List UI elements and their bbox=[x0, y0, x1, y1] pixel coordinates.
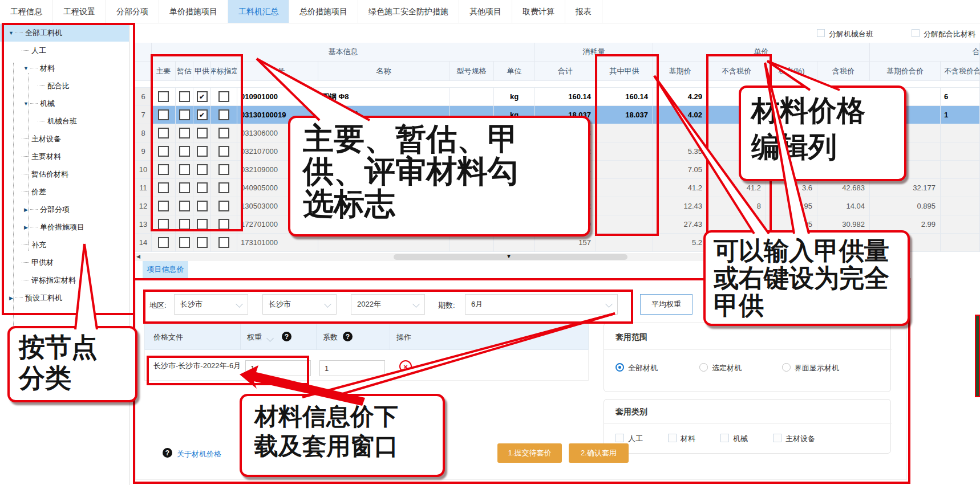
cell-supplied[interactable] bbox=[596, 179, 653, 197]
average-weight-button[interactable]: 平均权重 bbox=[640, 294, 693, 315]
major-checkbox[interactable] bbox=[158, 164, 169, 175]
major-checkbox[interactable] bbox=[158, 146, 169, 157]
major-checkbox[interactable] bbox=[158, 128, 169, 138]
col-header-编号[interactable]: 编号 bbox=[237, 62, 318, 81]
sidebar-item-人工[interactable]: 人工 bbox=[0, 42, 129, 59]
sidebar-item-机械台班[interactable]: 机械台班 bbox=[0, 112, 129, 130]
weight-input[interactable] bbox=[245, 360, 311, 376]
cell-supplied[interactable] bbox=[596, 142, 653, 161]
review-checkbox[interactable] bbox=[218, 91, 229, 102]
major-checkbox[interactable] bbox=[158, 237, 169, 248]
review-checkbox[interactable] bbox=[218, 146, 229, 157]
scroll-left-icon[interactable]: ◀ bbox=[136, 254, 140, 259]
supplied-checkbox[interactable] bbox=[197, 146, 208, 157]
tab-单价措施项目[interactable]: 单价措施项目 bbox=[159, 0, 228, 23]
coef-input[interactable] bbox=[319, 360, 385, 376]
estimate-checkbox[interactable] bbox=[179, 201, 190, 211]
cell-supplied[interactable] bbox=[596, 161, 653, 179]
estimate-checkbox[interactable] bbox=[179, 237, 190, 248]
sidebar-item-分部分项[interactable]: ▶分部分项 bbox=[0, 201, 129, 218]
sidebar-item-补充[interactable]: 补充 bbox=[0, 236, 129, 254]
tree-expanded-icon[interactable]: ▼ bbox=[22, 66, 30, 71]
category-checkbox-人工[interactable] bbox=[615, 434, 624, 442]
col-header-主要[interactable]: 主要 bbox=[152, 62, 176, 81]
sidebar-item-配合比[interactable]: 配合比 bbox=[0, 77, 129, 95]
sidebar-item-主要材料[interactable]: 主要材料 bbox=[0, 148, 129, 165]
tab-工程信息[interactable]: 工程信息 bbox=[0, 0, 53, 23]
supplied-checkbox[interactable] bbox=[197, 182, 208, 193]
supplied-checkbox[interactable] bbox=[197, 201, 208, 211]
major-checkbox[interactable] bbox=[158, 109, 169, 120]
review-checkbox[interactable] bbox=[218, 182, 229, 193]
col-header-评标指定[interactable]: 评标指定 bbox=[211, 62, 237, 81]
region-select-province[interactable]: 长沙市 bbox=[174, 294, 248, 315]
tree-collapsed-icon[interactable]: ▶ bbox=[22, 225, 30, 230]
major-checkbox[interactable] bbox=[158, 91, 169, 102]
review-checkbox[interactable] bbox=[218, 201, 229, 211]
sidebar-item-评标指定材料[interactable]: 评标指定材料 bbox=[0, 271, 129, 289]
tree-collapsed-icon[interactable]: ▶ bbox=[22, 207, 30, 213]
col-header-型号规格[interactable]: 型号规格 bbox=[449, 62, 494, 81]
scope-radio-界面显示材机[interactable] bbox=[782, 363, 791, 372]
cell-supplied[interactable] bbox=[596, 234, 653, 252]
major-checkbox[interactable] bbox=[158, 182, 169, 193]
estimate-checkbox[interactable] bbox=[179, 219, 190, 230]
cell-supplied[interactable]: 160.14 bbox=[596, 88, 653, 106]
review-checkbox[interactable] bbox=[218, 164, 229, 175]
review-checkbox[interactable] bbox=[218, 128, 229, 138]
sidebar-item-主材设备[interactable]: 主材设备 bbox=[0, 130, 129, 148]
col-header-含税价[interactable]: 含税价 bbox=[817, 62, 870, 81]
tree-collapsed-icon[interactable]: ▶ bbox=[7, 295, 15, 301]
tab-总价措施项目[interactable]: 总价措施项目 bbox=[289, 0, 358, 23]
cell-supplied[interactable] bbox=[596, 124, 653, 142]
sidebar-item-全部工料机[interactable]: ▼全部工料机 bbox=[0, 24, 129, 42]
cell-supplied[interactable] bbox=[596, 197, 653, 215]
supplied-checkbox[interactable]: ✔ bbox=[197, 109, 208, 120]
region-select-city[interactable]: 长沙市 bbox=[262, 294, 337, 315]
tree-expanded-icon[interactable]: ▼ bbox=[7, 30, 15, 36]
col-header-合计[interactable]: 合计 bbox=[535, 62, 596, 81]
tab-分部分项[interactable]: 分部分项 bbox=[106, 0, 159, 23]
vertical-scrollbar[interactable] bbox=[975, 315, 980, 397]
estimate-checkbox[interactable] bbox=[179, 109, 190, 120]
supplied-checkbox[interactable] bbox=[197, 237, 208, 248]
delete-price-file-icon[interactable]: × bbox=[399, 360, 412, 373]
estimate-checkbox[interactable] bbox=[179, 128, 190, 138]
col-header-基期价[interactable]: 基期价 bbox=[653, 62, 707, 81]
review-checkbox[interactable] bbox=[218, 109, 229, 120]
cell-supplied[interactable] bbox=[596, 215, 653, 234]
col-header-暂估[interactable]: 暂估 bbox=[176, 62, 193, 81]
sidebar-item-单价措施项目[interactable]: ▶单价措施项目 bbox=[0, 218, 129, 236]
tree-expanded-icon[interactable]: ▼ bbox=[22, 101, 30, 107]
sidebar-item-价差[interactable]: 价差 bbox=[0, 183, 129, 201]
review-checkbox[interactable] bbox=[218, 237, 229, 248]
period-select-month[interactable]: 6月 bbox=[465, 294, 618, 315]
sidebar-item-机械[interactable]: ▼机械 bbox=[0, 95, 129, 112]
weight-help-icon[interactable]: ? bbox=[282, 332, 291, 341]
col-header-名称[interactable]: 名称 bbox=[318, 62, 449, 81]
decompose-mix-checkbox[interactable] bbox=[912, 29, 920, 37]
coef-help-icon[interactable]: ? bbox=[343, 332, 353, 341]
region-select-year[interactable]: 2022年 bbox=[351, 294, 425, 315]
estimate-checkbox[interactable] bbox=[179, 164, 190, 175]
col-header-基期价合价[interactable]: 基期价合价 bbox=[870, 62, 941, 81]
chevron-down-icon[interactable] bbox=[266, 335, 274, 342]
col-header-单位[interactable]: 单位 bbox=[494, 62, 535, 81]
major-checkbox[interactable] bbox=[158, 219, 169, 230]
category-checkbox-材料[interactable] bbox=[668, 434, 677, 442]
about-material-price-link[interactable]: 关于材机价格 bbox=[177, 449, 221, 459]
estimate-checkbox[interactable] bbox=[179, 91, 190, 102]
category-checkbox-机械[interactable] bbox=[720, 434, 729, 442]
supplied-checkbox[interactable]: ✔ bbox=[197, 91, 208, 102]
col-header-甲供[interactable]: 甲供 bbox=[193, 62, 211, 81]
estimate-checkbox[interactable] bbox=[179, 182, 190, 193]
about-help-icon[interactable]: ? bbox=[163, 448, 172, 458]
supplied-checkbox[interactable] bbox=[197, 128, 208, 138]
sidebar-item-材料[interactable]: ▼材料 bbox=[0, 59, 129, 77]
cell-supplied[interactable]: 18.037 bbox=[596, 106, 653, 124]
tab-工程设置[interactable]: 工程设置 bbox=[53, 0, 106, 23]
col-header-其中甲供[interactable]: 其中甲供 bbox=[596, 62, 653, 81]
major-checkbox[interactable] bbox=[158, 201, 169, 211]
sidebar-item-甲供材[interactable]: 甲供材 bbox=[0, 254, 129, 271]
scope-radio-全部材机[interactable] bbox=[615, 363, 624, 372]
